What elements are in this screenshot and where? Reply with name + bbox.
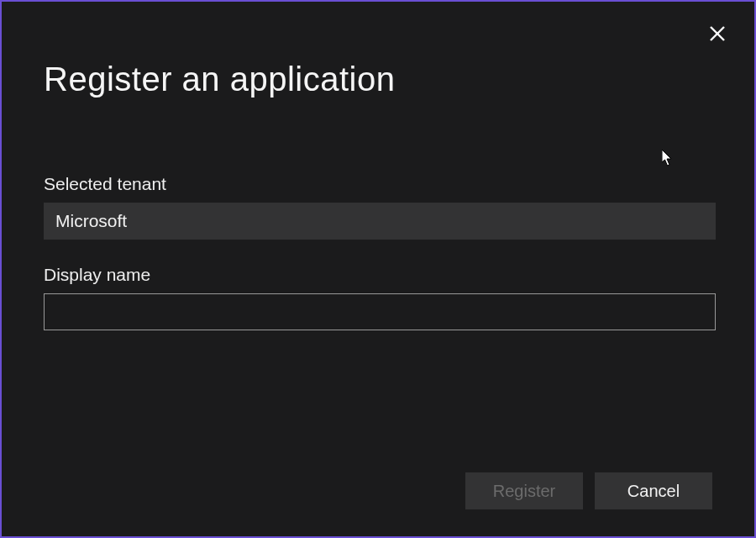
displayname-input[interactable] — [44, 293, 716, 330]
register-button[interactable]: Register — [465, 472, 583, 509]
dialog-actions: Register Cancel — [465, 472, 712, 509]
tenant-group: Selected tenant Microsoft — [44, 174, 712, 240]
close-button[interactable] — [706, 22, 729, 45]
dialog-title: Register an application — [44, 61, 712, 98]
close-icon — [710, 26, 725, 41]
displayname-label: Display name — [44, 265, 712, 285]
tenant-label: Selected tenant — [44, 174, 712, 194]
cancel-button[interactable]: Cancel — [595, 472, 712, 509]
displayname-group: Display name — [44, 265, 712, 330]
dialog-body: Register an application Selected tenant … — [2, 2, 754, 330]
tenant-value: Microsoft — [44, 203, 716, 240]
